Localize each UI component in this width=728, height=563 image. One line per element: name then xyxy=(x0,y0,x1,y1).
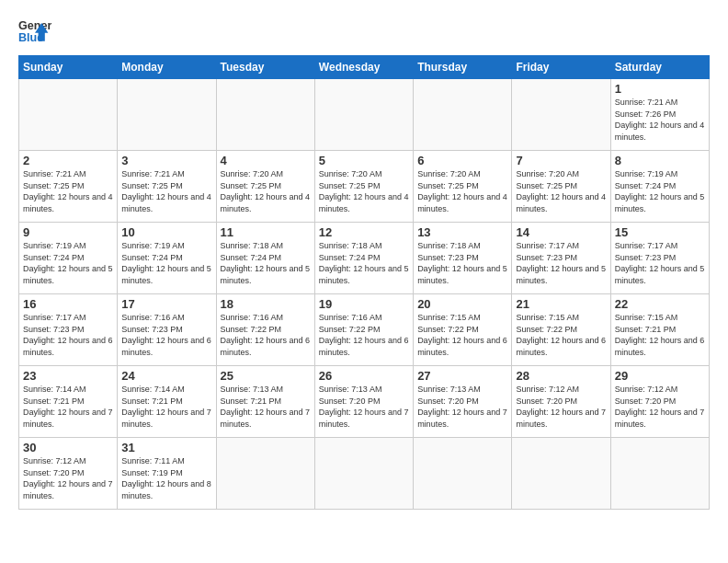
day-number: 20 xyxy=(417,297,507,311)
calendar-cell: 5Sunrise: 7:20 AM Sunset: 7:25 PM Daylig… xyxy=(314,151,413,223)
day-number: 24 xyxy=(121,369,211,383)
day-number: 13 xyxy=(417,225,507,239)
calendar-cell xyxy=(414,79,512,151)
calendar-cell: 22Sunrise: 7:15 AM Sunset: 7:21 PM Dayli… xyxy=(610,294,709,366)
day-number: 26 xyxy=(319,369,409,383)
day-number: 3 xyxy=(121,154,211,167)
day-number: 28 xyxy=(516,369,606,383)
weekday-header-monday: Monday xyxy=(118,56,216,79)
day-number: 22 xyxy=(615,297,705,311)
day-number: 23 xyxy=(23,369,113,383)
calendar-cell: 1Sunrise: 7:21 AM Sunset: 7:26 PM Daylig… xyxy=(610,79,709,151)
day-info: Sunrise: 7:20 AM Sunset: 7:25 PM Dayligh… xyxy=(417,168,507,214)
day-number: 21 xyxy=(516,297,606,311)
calendar-cell: 28Sunrise: 7:12 AM Sunset: 7:20 PM Dayli… xyxy=(512,366,610,438)
day-info: Sunrise: 7:21 AM Sunset: 7:26 PM Dayligh… xyxy=(615,97,705,143)
weekday-header-friday: Friday xyxy=(512,56,610,79)
day-info: Sunrise: 7:12 AM Sunset: 7:20 PM Dayligh… xyxy=(516,384,606,430)
logo-icon: General Blue xyxy=(18,15,51,48)
calendar-week-row: 2Sunrise: 7:21 AM Sunset: 7:25 PM Daylig… xyxy=(19,151,710,223)
day-number: 29 xyxy=(615,369,705,383)
day-info: Sunrise: 7:16 AM Sunset: 7:22 PM Dayligh… xyxy=(221,312,311,358)
calendar-cell: 20Sunrise: 7:15 AM Sunset: 7:22 PM Dayli… xyxy=(414,294,512,366)
calendar-cell: 26Sunrise: 7:13 AM Sunset: 7:20 PM Dayli… xyxy=(314,366,413,438)
calendar-week-row: 23Sunrise: 7:14 AM Sunset: 7:21 PM Dayli… xyxy=(19,366,710,438)
calendar-cell: 21Sunrise: 7:15 AM Sunset: 7:22 PM Dayli… xyxy=(512,294,610,366)
day-info: Sunrise: 7:15 AM Sunset: 7:22 PM Dayligh… xyxy=(417,312,507,358)
calendar-cell xyxy=(512,79,610,151)
calendar-cell: 3Sunrise: 7:21 AM Sunset: 7:25 PM Daylig… xyxy=(118,151,216,223)
page: General Blue SundayMondayTuesdayWednesda… xyxy=(0,0,728,519)
calendar-cell: 17Sunrise: 7:16 AM Sunset: 7:23 PM Dayli… xyxy=(118,294,216,366)
day-number: 2 xyxy=(23,154,113,167)
calendar-cell: 11Sunrise: 7:18 AM Sunset: 7:24 PM Dayli… xyxy=(216,223,314,294)
calendar-cell xyxy=(216,79,314,151)
day-info: Sunrise: 7:15 AM Sunset: 7:22 PM Dayligh… xyxy=(516,312,606,358)
calendar-cell: 6Sunrise: 7:20 AM Sunset: 7:25 PM Daylig… xyxy=(414,151,512,223)
day-info: Sunrise: 7:14 AM Sunset: 7:21 PM Dayligh… xyxy=(23,384,113,430)
day-info: Sunrise: 7:13 AM Sunset: 7:20 PM Dayligh… xyxy=(417,384,507,430)
calendar-cell: 7Sunrise: 7:20 AM Sunset: 7:25 PM Daylig… xyxy=(512,151,610,223)
calendar-table: SundayMondayTuesdayWednesdayThursdayFrid… xyxy=(18,55,710,510)
calendar-cell: 14Sunrise: 7:17 AM Sunset: 7:23 PM Dayli… xyxy=(512,223,610,294)
calendar-cell: 27Sunrise: 7:13 AM Sunset: 7:20 PM Dayli… xyxy=(414,366,512,438)
calendar-cell xyxy=(414,438,512,510)
day-info: Sunrise: 7:18 AM Sunset: 7:24 PM Dayligh… xyxy=(319,240,409,286)
day-info: Sunrise: 7:20 AM Sunset: 7:25 PM Dayligh… xyxy=(516,168,606,214)
day-info: Sunrise: 7:18 AM Sunset: 7:23 PM Dayligh… xyxy=(417,240,507,286)
weekday-header-thursday: Thursday xyxy=(414,56,512,79)
day-info: Sunrise: 7:13 AM Sunset: 7:20 PM Dayligh… xyxy=(319,384,409,430)
weekday-header-saturday: Saturday xyxy=(610,56,709,79)
day-number: 17 xyxy=(121,297,211,311)
day-number: 8 xyxy=(615,154,705,167)
calendar-cell xyxy=(314,79,413,151)
day-number: 5 xyxy=(319,154,409,167)
calendar-cell: 23Sunrise: 7:14 AM Sunset: 7:21 PM Dayli… xyxy=(19,366,118,438)
weekday-header-sunday: Sunday xyxy=(19,56,118,79)
day-info: Sunrise: 7:17 AM Sunset: 7:23 PM Dayligh… xyxy=(516,240,606,286)
day-info: Sunrise: 7:21 AM Sunset: 7:25 PM Dayligh… xyxy=(23,168,113,214)
day-number: 14 xyxy=(516,225,606,239)
day-number: 31 xyxy=(121,441,211,454)
calendar-cell: 8Sunrise: 7:19 AM Sunset: 7:24 PM Daylig… xyxy=(610,151,709,223)
day-number: 9 xyxy=(23,225,113,239)
calendar-cell: 16Sunrise: 7:17 AM Sunset: 7:23 PM Dayli… xyxy=(19,294,118,366)
day-info: Sunrise: 7:15 AM Sunset: 7:21 PM Dayligh… xyxy=(615,312,705,358)
calendar-cell: 18Sunrise: 7:16 AM Sunset: 7:22 PM Dayli… xyxy=(216,294,314,366)
calendar-cell: 29Sunrise: 7:12 AM Sunset: 7:20 PM Dayli… xyxy=(610,366,709,438)
day-number: 1 xyxy=(615,82,705,96)
day-info: Sunrise: 7:12 AM Sunset: 7:20 PM Dayligh… xyxy=(23,455,113,501)
day-info: Sunrise: 7:19 AM Sunset: 7:24 PM Dayligh… xyxy=(121,240,211,286)
day-info: Sunrise: 7:17 AM Sunset: 7:23 PM Dayligh… xyxy=(23,312,113,358)
header: General Blue xyxy=(18,15,710,48)
calendar-cell: 4Sunrise: 7:20 AM Sunset: 7:25 PM Daylig… xyxy=(216,151,314,223)
day-info: Sunrise: 7:11 AM Sunset: 7:19 PM Dayligh… xyxy=(121,455,211,501)
calendar-cell xyxy=(19,79,118,151)
calendar-cell: 2Sunrise: 7:21 AM Sunset: 7:25 PM Daylig… xyxy=(19,151,118,223)
logo: General Blue xyxy=(18,15,51,48)
day-number: 4 xyxy=(221,154,311,167)
day-info: Sunrise: 7:14 AM Sunset: 7:21 PM Dayligh… xyxy=(121,384,211,430)
day-info: Sunrise: 7:18 AM Sunset: 7:24 PM Dayligh… xyxy=(221,240,311,286)
day-info: Sunrise: 7:21 AM Sunset: 7:25 PM Dayligh… xyxy=(121,168,211,214)
day-info: Sunrise: 7:20 AM Sunset: 7:25 PM Dayligh… xyxy=(319,168,409,214)
day-number: 15 xyxy=(615,225,705,239)
day-number: 10 xyxy=(121,225,211,239)
day-info: Sunrise: 7:13 AM Sunset: 7:21 PM Dayligh… xyxy=(221,384,311,430)
weekday-header-tuesday: Tuesday xyxy=(216,56,314,79)
calendar-cell: 15Sunrise: 7:17 AM Sunset: 7:23 PM Dayli… xyxy=(610,223,709,294)
day-number: 18 xyxy=(221,297,311,311)
calendar-cell: 24Sunrise: 7:14 AM Sunset: 7:21 PM Dayli… xyxy=(118,366,216,438)
calendar-cell: 31Sunrise: 7:11 AM Sunset: 7:19 PM Dayli… xyxy=(118,438,216,510)
calendar-week-row: 30Sunrise: 7:12 AM Sunset: 7:20 PM Dayli… xyxy=(19,438,710,510)
calendar-cell: 12Sunrise: 7:18 AM Sunset: 7:24 PM Dayli… xyxy=(314,223,413,294)
calendar-cell xyxy=(610,438,709,510)
day-info: Sunrise: 7:16 AM Sunset: 7:23 PM Dayligh… xyxy=(121,312,211,358)
calendar-cell: 13Sunrise: 7:18 AM Sunset: 7:23 PM Dayli… xyxy=(414,223,512,294)
calendar-week-row: 9Sunrise: 7:19 AM Sunset: 7:24 PM Daylig… xyxy=(19,223,710,294)
day-info: Sunrise: 7:12 AM Sunset: 7:20 PM Dayligh… xyxy=(615,384,705,430)
day-info: Sunrise: 7:17 AM Sunset: 7:23 PM Dayligh… xyxy=(615,240,705,286)
calendar-week-row: 1Sunrise: 7:21 AM Sunset: 7:26 PM Daylig… xyxy=(19,79,710,151)
day-number: 12 xyxy=(319,225,409,239)
day-number: 27 xyxy=(417,369,507,383)
